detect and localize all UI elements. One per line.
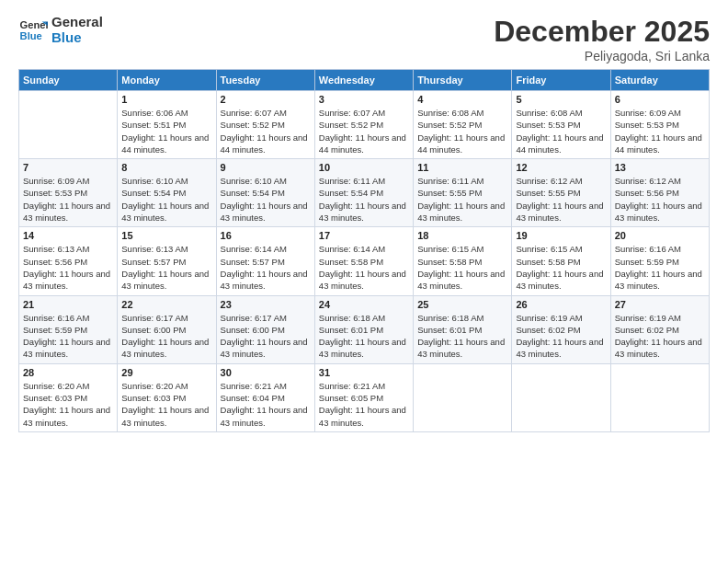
logo-general: General: [51, 15, 103, 30]
day-cell: 28Sunrise: 6:20 AMSunset: 6:03 PMDayligh…: [19, 363, 118, 431]
day-number: 17: [319, 230, 409, 241]
page-container: General Blue General Blue December 2025 …: [0, 0, 728, 447]
day-info: Sunrise: 6:06 AMSunset: 5:51 PMDaylight:…: [121, 107, 211, 155]
day-cell: 9Sunrise: 6:10 AMSunset: 5:54 PMDaylight…: [216, 159, 314, 227]
day-number: 24: [319, 299, 409, 310]
logo: General Blue General Blue: [18, 15, 103, 45]
day-cell: 21Sunrise: 6:16 AMSunset: 5:59 PMDayligh…: [19, 295, 118, 363]
day-info: Sunrise: 6:08 AMSunset: 5:52 PMDaylight:…: [417, 107, 507, 155]
day-cell: 20Sunrise: 6:16 AMSunset: 5:59 PMDayligh…: [610, 227, 709, 295]
title-block: December 2025 Peliyagoda, Sri Lanka: [494, 15, 710, 63]
day-cell: 27Sunrise: 6:19 AMSunset: 6:02 PMDayligh…: [610, 295, 709, 363]
header-saturday: Saturday: [610, 70, 709, 91]
day-cell: 15Sunrise: 6:13 AMSunset: 5:57 PMDayligh…: [118, 227, 216, 295]
day-cell: 4Sunrise: 6:08 AMSunset: 5:52 PMDaylight…: [414, 91, 512, 159]
day-cell: 17Sunrise: 6:14 AMSunset: 5:58 PMDayligh…: [314, 227, 413, 295]
day-info: Sunrise: 6:13 AMSunset: 5:56 PMDaylight:…: [23, 243, 113, 292]
day-number: 19: [516, 230, 606, 241]
header-monday: Monday: [118, 70, 216, 91]
day-info: Sunrise: 6:12 AMSunset: 5:55 PMDaylight:…: [516, 175, 606, 224]
day-number: 23: [221, 299, 311, 310]
day-number: 18: [417, 230, 507, 241]
day-cell: [414, 363, 512, 431]
day-number: 8: [121, 162, 211, 173]
day-number: 27: [615, 299, 705, 310]
day-info: Sunrise: 6:20 AMSunset: 6:03 PMDaylight:…: [121, 380, 211, 429]
day-number: 31: [319, 367, 409, 378]
header-wednesday: Wednesday: [314, 70, 413, 91]
header: General Blue General Blue December 2025 …: [18, 15, 710, 63]
day-info: Sunrise: 6:07 AMSunset: 5:52 PMDaylight:…: [221, 107, 311, 155]
svg-text:General: General: [20, 19, 48, 30]
day-info: Sunrise: 6:12 AMSunset: 5:56 PMDaylight:…: [615, 175, 705, 224]
day-cell: 6Sunrise: 6:09 AMSunset: 5:53 PMDaylight…: [610, 91, 709, 159]
day-cell: 5Sunrise: 6:08 AMSunset: 5:53 PMDaylight…: [512, 91, 610, 159]
calendar-header-row: SundayMondayTuesdayWednesdayThursdayFrid…: [19, 70, 710, 91]
day-number: 6: [615, 94, 705, 105]
day-cell: 10Sunrise: 6:11 AMSunset: 5:54 PMDayligh…: [314, 159, 413, 227]
day-number: 7: [23, 162, 113, 173]
day-info: Sunrise: 6:11 AMSunset: 5:54 PMDaylight:…: [319, 175, 409, 224]
day-info: Sunrise: 6:10 AMSunset: 5:54 PMDaylight:…: [121, 175, 211, 224]
day-info: Sunrise: 6:21 AMSunset: 6:04 PMDaylight:…: [221, 380, 311, 429]
week-row-3: 14Sunrise: 6:13 AMSunset: 5:56 PMDayligh…: [19, 227, 710, 295]
day-cell: 30Sunrise: 6:21 AMSunset: 6:04 PMDayligh…: [216, 363, 314, 431]
day-info: Sunrise: 6:13 AMSunset: 5:57 PMDaylight:…: [121, 243, 211, 292]
day-info: Sunrise: 6:20 AMSunset: 6:03 PMDaylight:…: [23, 380, 113, 429]
svg-text:Blue: Blue: [20, 29, 42, 40]
day-number: 10: [319, 162, 409, 173]
day-cell: [512, 363, 610, 431]
day-cell: 18Sunrise: 6:15 AMSunset: 5:58 PMDayligh…: [414, 227, 512, 295]
day-cell: 12Sunrise: 6:12 AMSunset: 5:55 PMDayligh…: [512, 159, 610, 227]
day-info: Sunrise: 6:16 AMSunset: 5:59 PMDaylight:…: [615, 243, 705, 292]
day-cell: 26Sunrise: 6:19 AMSunset: 6:02 PMDayligh…: [512, 295, 610, 363]
day-cell: 3Sunrise: 6:07 AMSunset: 5:52 PMDaylight…: [314, 91, 413, 159]
day-info: Sunrise: 6:15 AMSunset: 5:58 PMDaylight:…: [417, 243, 507, 292]
day-cell: 23Sunrise: 6:17 AMSunset: 6:00 PMDayligh…: [216, 295, 314, 363]
day-cell: 13Sunrise: 6:12 AMSunset: 5:56 PMDayligh…: [610, 159, 709, 227]
day-info: Sunrise: 6:14 AMSunset: 5:58 PMDaylight:…: [319, 243, 409, 292]
day-number: 28: [23, 367, 113, 378]
day-number: 20: [615, 230, 705, 241]
day-cell: 16Sunrise: 6:14 AMSunset: 5:57 PMDayligh…: [216, 227, 314, 295]
day-number: 30: [221, 367, 311, 378]
day-number: 2: [221, 94, 311, 105]
day-info: Sunrise: 6:19 AMSunset: 6:02 PMDaylight:…: [615, 312, 705, 361]
day-cell: 14Sunrise: 6:13 AMSunset: 5:56 PMDayligh…: [19, 227, 118, 295]
week-row-1: 1Sunrise: 6:06 AMSunset: 5:51 PMDaylight…: [19, 91, 710, 159]
day-info: Sunrise: 6:19 AMSunset: 6:02 PMDaylight:…: [516, 312, 606, 361]
day-number: 12: [516, 162, 606, 173]
day-cell: 22Sunrise: 6:17 AMSunset: 6:00 PMDayligh…: [118, 295, 216, 363]
day-info: Sunrise: 6:18 AMSunset: 6:01 PMDaylight:…: [319, 312, 409, 361]
day-cell: 29Sunrise: 6:20 AMSunset: 6:03 PMDayligh…: [118, 363, 216, 431]
logo-blue: Blue: [51, 30, 103, 46]
day-number: 15: [121, 230, 211, 241]
day-number: 9: [221, 162, 311, 173]
day-info: Sunrise: 6:21 AMSunset: 6:05 PMDaylight:…: [319, 380, 409, 429]
day-number: 26: [516, 299, 606, 310]
week-row-4: 21Sunrise: 6:16 AMSunset: 5:59 PMDayligh…: [19, 295, 710, 363]
header-tuesday: Tuesday: [216, 70, 314, 91]
day-info: Sunrise: 6:17 AMSunset: 6:00 PMDaylight:…: [221, 312, 311, 361]
day-info: Sunrise: 6:14 AMSunset: 5:57 PMDaylight:…: [221, 243, 311, 292]
day-number: 16: [221, 230, 311, 241]
day-number: 13: [615, 162, 705, 173]
day-info: Sunrise: 6:09 AMSunset: 5:53 PMDaylight:…: [615, 107, 705, 155]
week-row-2: 7Sunrise: 6:09 AMSunset: 5:53 PMDaylight…: [19, 159, 710, 227]
day-info: Sunrise: 6:08 AMSunset: 5:53 PMDaylight:…: [516, 107, 606, 155]
day-cell: 2Sunrise: 6:07 AMSunset: 5:52 PMDaylight…: [216, 91, 314, 159]
day-cell: 11Sunrise: 6:11 AMSunset: 5:55 PMDayligh…: [414, 159, 512, 227]
day-cell: 31Sunrise: 6:21 AMSunset: 6:05 PMDayligh…: [314, 363, 413, 431]
day-cell: 1Sunrise: 6:06 AMSunset: 5:51 PMDaylight…: [118, 91, 216, 159]
day-info: Sunrise: 6:16 AMSunset: 5:59 PMDaylight:…: [23, 312, 113, 361]
day-info: Sunrise: 6:17 AMSunset: 6:00 PMDaylight:…: [121, 312, 211, 361]
week-row-5: 28Sunrise: 6:20 AMSunset: 6:03 PMDayligh…: [19, 363, 710, 431]
day-number: 29: [121, 367, 211, 378]
day-info: Sunrise: 6:15 AMSunset: 5:58 PMDaylight:…: [516, 243, 606, 292]
month-title: December 2025: [494, 15, 710, 49]
day-info: Sunrise: 6:07 AMSunset: 5:52 PMDaylight:…: [319, 107, 409, 155]
location-subtitle: Peliyagoda, Sri Lanka: [494, 49, 710, 63]
day-number: 25: [417, 299, 507, 310]
day-number: 11: [417, 162, 507, 173]
day-number: 22: [121, 299, 211, 310]
